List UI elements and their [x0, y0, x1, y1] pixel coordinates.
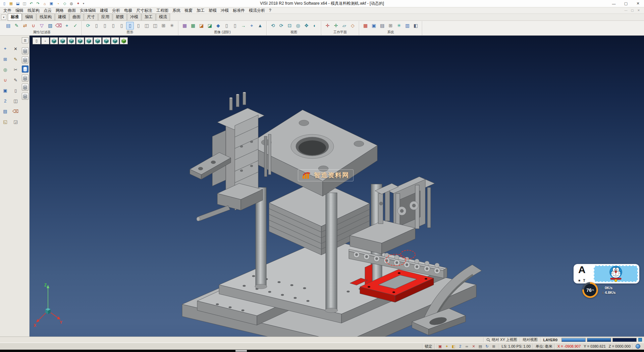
- ribbon-tab[interactable]: 建模: [55, 13, 69, 21]
- filter-check-icon[interactable]: ✓: [71, 22, 79, 30]
- view-mode[interactable]: 绝对视图: [520, 338, 540, 342]
- filter-erase-icon[interactable]: ⌫: [55, 22, 62, 30]
- image-cube-icon[interactable]: ◆: [214, 22, 222, 30]
- scale-status[interactable]: LS: 1.00 PS: 1.00: [499, 344, 533, 349]
- image-arrow-icon[interactable]: →: [239, 22, 247, 30]
- menu-item[interactable]: ?: [267, 7, 273, 13]
- viewport-canvas[interactable]: ▯▫: [30, 36, 644, 337]
- menu-item[interactable]: 文件: [1, 7, 13, 13]
- vp-display-mode-button[interactable]: ▯: [33, 37, 41, 44]
- view-spin-icon[interactable]: ⟳: [277, 22, 285, 30]
- ribbon-tab[interactable]: 加工: [142, 13, 156, 21]
- hamburger-menu-button[interactable]: ☰: [22, 37, 29, 43]
- snap-toggle[interactable]: 锁定: [422, 344, 435, 349]
- qa-clock-icon[interactable]: ◔: [55, 1, 61, 6]
- status-delete-icon[interactable]: ✕: [471, 344, 477, 349]
- system-table-icon[interactable]: ▤: [378, 22, 386, 30]
- view-cube-iso-7[interactable]: [102, 37, 110, 44]
- system-display-icon[interactable]: ▣: [370, 22, 378, 30]
- view-cube-iso-3[interactable]: [67, 37, 75, 44]
- menu-item[interactable]: 冲模: [219, 7, 231, 13]
- layer-filter-6[interactable]: [22, 93, 29, 100]
- qa-window-icon[interactable]: ▣: [48, 1, 54, 6]
- ribbon-tab[interactable]: 塑膜: [113, 13, 127, 21]
- grid-snap-icon[interactable]: ⊞: [1, 55, 9, 63]
- workplane-plane-icon[interactable]: ▱: [340, 22, 348, 30]
- quick-access-dropdown[interactable]: ▾: [81, 1, 86, 6]
- qa-new-icon[interactable]: ▯: [1, 1, 7, 6]
- graphics-cylinder-1-icon[interactable]: ◫: [143, 22, 151, 30]
- filter-swap-icon[interactable]: ⇄: [21, 22, 29, 30]
- layer-filter-5[interactable]: [22, 84, 29, 91]
- view-cube-iso-6[interactable]: [94, 37, 102, 44]
- menu-item[interactable]: 网格: [54, 7, 66, 13]
- ribbon-tab[interactable]: 模流: [156, 13, 170, 21]
- layer-filter-3[interactable]: [22, 65, 29, 73]
- graphics-page-3-icon[interactable]: ▯: [109, 22, 117, 30]
- ribbon-tab[interactable]: 标准: [8, 13, 22, 21]
- taskbar-item[interactable]: [235, 350, 247, 352]
- qa-sphere-icon[interactable]: ◍: [68, 1, 74, 6]
- image-target-icon[interactable]: ⌖: [248, 22, 256, 30]
- layer-filter-4[interactable]: [22, 75, 29, 82]
- view-fit-icon[interactable]: ⊡: [286, 22, 293, 30]
- two-icon[interactable]: 2: [1, 97, 9, 104]
- menu-item[interactable]: 电极: [122, 7, 134, 13]
- view-cube-iso-4[interactable]: [76, 37, 84, 44]
- menu-item[interactable]: 尺寸标注: [134, 7, 154, 13]
- view-cube-shaded[interactable]: [120, 37, 128, 44]
- sketch-icon[interactable]: ✎: [12, 55, 19, 63]
- image-page-1-icon[interactable]: ▯: [223, 22, 230, 30]
- qa-box-icon[interactable]: ◇: [62, 1, 68, 6]
- title-bar[interactable]: ▯ ▦ ⬓ ◫ ↶ ↷ ⌂ ▣ ◔ ◇ ◍ ✦: [0, 0, 644, 7]
- status-grid-icon[interactable]: ⊞: [491, 344, 497, 349]
- workplane-align-icon[interactable]: ✛: [332, 22, 340, 30]
- graphics-cylinder-2-icon[interactable]: ◫: [151, 22, 159, 30]
- graphics-page-1-icon[interactable]: ▯: [93, 22, 100, 30]
- status-bucket-icon[interactable]: ◧: [451, 344, 457, 349]
- filter-layers-icon[interactable]: ▧: [46, 22, 54, 30]
- minimize-button[interactable]: —: [608, 0, 620, 7]
- image-render-icon[interactable]: ◪: [206, 22, 214, 30]
- menu-item[interactable]: 编辑: [13, 7, 25, 13]
- view-rotate-icon[interactable]: ⟲: [269, 22, 277, 30]
- percent-ring[interactable]: 76%: [582, 282, 598, 298]
- layer-filter-2[interactable]: [22, 56, 29, 63]
- filter-funnel-icon[interactable]: ▽: [38, 22, 46, 30]
- image-capture-icon[interactable]: ▦: [181, 22, 189, 30]
- menu-item[interactable]: 分析: [110, 7, 122, 13]
- image-cone-icon[interactable]: ▲: [256, 22, 264, 30]
- qa-redo-icon[interactable]: ↷: [35, 1, 41, 6]
- workplane-xy-icon[interactable]: ✛: [324, 22, 331, 30]
- qa-star-icon[interactable]: ✦: [75, 1, 81, 6]
- deselect-icon[interactable]: ✕: [12, 45, 19, 52]
- status-info-icon[interactable]: 2: [458, 344, 463, 349]
- graphics-grid-icon[interactable]: ⊞: [160, 22, 167, 30]
- workplane-normal-icon[interactable]: ◇: [349, 22, 357, 30]
- status-bulb-icon[interactable]: ✦: [444, 344, 450, 349]
- graphics-page-5-icon[interactable]: ▯: [135, 22, 142, 30]
- layers-icon[interactable]: ▤: [1, 107, 9, 115]
- view-cube-iso-8[interactable]: [111, 37, 119, 44]
- graphics-page-2-icon[interactable]: ▯: [101, 22, 109, 30]
- view-cube-iso-5[interactable]: [85, 37, 93, 44]
- filter-magnet-icon[interactable]: ∪: [30, 22, 37, 30]
- mdi-close-button[interactable]: ✕: [636, 9, 641, 12]
- doraemon-panel[interactable]: [594, 265, 638, 282]
- erase-icon[interactable]: ⌫: [12, 107, 19, 115]
- menu-item[interactable]: 塑模: [207, 7, 219, 13]
- system-snow-icon[interactable]: ✳: [395, 22, 403, 30]
- ribbon-tab[interactable]: 曲面: [69, 13, 84, 21]
- magnet-icon[interactable]: ∪: [1, 76, 9, 84]
- system-grid-icon[interactable]: ⊞: [387, 22, 394, 30]
- qa-save-icon[interactable]: ⬓: [15, 1, 21, 6]
- ribbon-tab[interactable]: 尺寸: [84, 13, 98, 21]
- view-shade-icon[interactable]: ◐: [311, 22, 319, 30]
- menu-item[interactable]: 标准件: [231, 7, 247, 13]
- gradient-swatch-1[interactable]: [561, 338, 586, 342]
- close-button[interactable]: ✕: [632, 0, 644, 7]
- image-photo-icon[interactable]: ◪: [198, 22, 205, 30]
- active-layer[interactable]: LAYER0: [540, 338, 560, 342]
- graphics-gear-icon[interactable]: ✳: [168, 22, 176, 30]
- new-sheet-icon[interactable]: ◲: [12, 118, 19, 125]
